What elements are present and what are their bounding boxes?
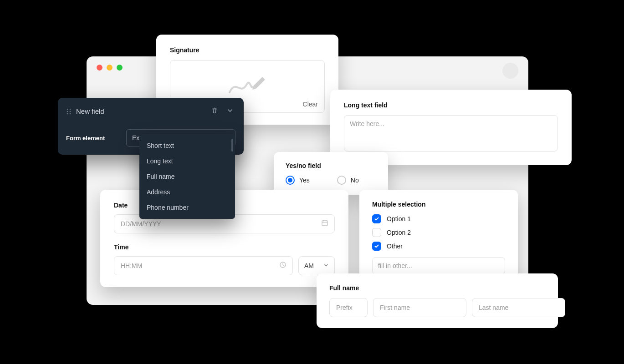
svg-point-3 [70,108,71,110]
dropdown-option-long-text[interactable]: Long text [139,153,235,169]
calendar-icon [321,219,328,228]
dropdown-option-short-text[interactable]: Short text [139,138,235,153]
clock-icon [279,261,286,270]
ampm-select[interactable]: AM [298,256,335,275]
checkbox-option-1-label: Option 1 [387,215,411,222]
long-text-title: Long text field [344,101,558,109]
chevron-down-icon [323,262,329,269]
time-input[interactable] [114,256,293,275]
form-element-label: Form element [66,135,120,142]
yesno-no-label: No [351,177,359,184]
yesno-card: Yes/no field Yes No [274,152,388,195]
checkbox-option-other[interactable]: Other [372,242,505,251]
checkbox-unchecked-icon [372,228,381,237]
window-traffic-lights [97,65,123,71]
other-input[interactable] [372,257,505,274]
window-maximize-dot[interactable] [117,65,123,71]
checkbox-checked-icon [372,214,381,223]
trash-icon [211,109,218,116]
radio-unchecked-icon [337,176,346,185]
dropdown-option-full-name[interactable]: Full name [139,169,235,184]
time-label: Time [114,243,335,251]
multiple-selection-title: Multiple selection [372,201,505,208]
fullname-card: Full name [317,273,558,328]
new-field-title: New field [76,107,205,115]
svg-point-6 [67,113,68,114]
svg-point-7 [70,113,71,114]
checkbox-option-2-label: Option 2 [387,229,411,236]
radio-checked-icon [286,176,295,185]
last-name-input[interactable] [472,298,565,317]
collapse-button[interactable] [225,105,235,117]
checkbox-option-1[interactable]: Option 1 [372,214,505,223]
drag-handle-icon[interactable] [66,108,72,115]
user-avatar-placeholder [502,63,518,79]
window-close-dot[interactable] [97,65,102,71]
scrollbar-thumb[interactable] [231,139,233,152]
dropdown-option-phone-number[interactable]: Phone number [139,200,235,215]
signature-clear-button[interactable]: Clear [303,101,318,108]
svg-point-5 [70,111,71,112]
checkbox-option-2[interactable]: Option 2 [372,228,505,237]
signature-icon [227,74,268,99]
delete-button[interactable] [209,105,220,117]
checkbox-option-other-label: Other [387,243,403,250]
ampm-value: AM [304,262,314,269]
checkbox-checked-icon [372,242,381,251]
form-element-dropdown: Short text Long text Full name Address P… [139,134,235,219]
dropdown-option-address[interactable]: Address [139,184,235,200]
yesno-yes-label: Yes [299,177,310,184]
long-text-input[interactable] [344,115,558,152]
yesno-no-option[interactable]: No [337,176,359,185]
yesno-title: Yes/no field [286,162,376,169]
first-name-input[interactable] [373,298,466,317]
svg-rect-0 [322,221,327,226]
signature-title: Signature [170,46,325,54]
chevron-down-icon [226,109,234,116]
yesno-yes-option[interactable]: Yes [286,176,310,185]
multiple-selection-card: Multiple selection Option 1 Option 2 Oth… [359,190,518,285]
svg-point-4 [67,111,68,112]
window-minimize-dot[interactable] [107,65,113,71]
svg-point-2 [67,108,68,110]
prefix-input[interactable] [329,298,368,317]
fullname-title: Full name [329,284,545,292]
